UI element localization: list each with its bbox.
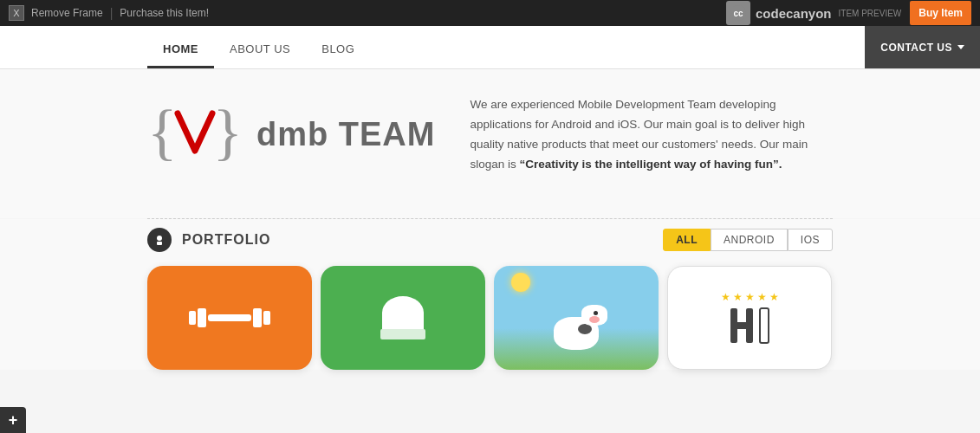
chef-hat-base — [380, 329, 425, 339]
company-name: dmb TEAM — [256, 116, 435, 153]
portfolio-section: PORTFOLIO ALL ANDROID IOS — [0, 219, 980, 370]
hotel-stars: ★ ★ ★ ★ ★ — [721, 291, 779, 303]
hero-description: We are experienced Mobile Development Te… — [470, 95, 833, 175]
portfolio-icon — [147, 228, 172, 252]
cc-icon: cc — [726, 1, 750, 25]
nav-about[interactable]: ABOUT US — [214, 32, 306, 68]
codecanyon-text: codecanyon — [756, 6, 832, 21]
hero-section: { } dmb TEAM We are experienced Mobile D… — [147, 95, 833, 175]
v-shape-logo — [173, 109, 217, 157]
cow-head — [581, 305, 607, 326]
star-2: ★ — [733, 291, 743, 303]
svg-rect-6 — [730, 322, 753, 329]
filter-android[interactable]: ANDROID — [711, 229, 788, 251]
logo-braces: { } — [147, 100, 243, 170]
plus-icon: + — [9, 411, 18, 430]
hotel-logo-group — [727, 307, 772, 345]
right-brace: } — [212, 100, 243, 163]
dumbbell-weight-left — [198, 308, 206, 327]
portfolio-header: PORTFOLIO ALL ANDROID IOS — [147, 219, 833, 252]
app-card-hotel[interactable]: ★ ★ ★ ★ ★ — [667, 266, 832, 370]
app-card-cow[interactable] — [494, 266, 659, 370]
portfolio-heading: PORTFOLIO — [182, 232, 270, 248]
star-1: ★ — [721, 291, 730, 303]
hero-slogan: “Creativity is the intelligent way of ha… — [519, 158, 782, 171]
filter-all[interactable]: ALL — [663, 229, 711, 251]
codecanyon-logo: cc codecanyon ITEM PREVIEW — [726, 1, 901, 25]
top-bar: X Remove Frame | Purchase this Item! cc … — [0, 0, 980, 26]
filter-buttons: ALL ANDROID IOS — [663, 229, 833, 251]
svg-rect-3 — [157, 242, 162, 245]
dumbbell-weight-right — [253, 308, 262, 327]
chef-hat-top — [382, 296, 424, 329]
hotel-h-icon — [727, 307, 772, 345]
bottom-add-button[interactable]: + — [0, 407, 26, 433]
company-name-text: dmb TEAM — [256, 116, 435, 152]
contact-us-button[interactable]: CONTACT US — [865, 26, 980, 68]
close-button[interactable]: X — [9, 5, 24, 21]
star-4: ★ — [757, 291, 767, 303]
main-content: { } dmb TEAM We are experienced Mobile D… — [0, 69, 980, 218]
app-card-fitness[interactable] — [147, 266, 312, 370]
dumbbell-weight-sm-left — [189, 311, 196, 325]
star-3: ★ — [745, 291, 755, 303]
remove-frame-label: Remove Frame — [31, 7, 103, 19]
app-card-chef[interactable] — [321, 266, 485, 370]
svg-point-2 — [157, 236, 162, 241]
sun-icon — [511, 273, 530, 292]
nav-bar: HOME ABOUT US BLOG CONTACT US — [0, 26, 980, 69]
app-grid: ★ ★ ★ ★ ★ — [147, 266, 833, 370]
dumbbell-weight-sm-right — [263, 311, 270, 325]
cow-nose — [589, 316, 600, 323]
portfolio-title: PORTFOLIO — [147, 228, 270, 252]
cow-eye — [594, 311, 598, 315]
close-icon: X — [13, 8, 19, 18]
buy-button[interactable]: Buy Item — [910, 1, 971, 25]
separator: | — [110, 6, 114, 20]
contact-us-label: CONTACT US — [880, 42, 952, 54]
svg-rect-7 — [760, 308, 769, 343]
nav-blog[interactable]: BLOG — [306, 32, 370, 68]
dumbbell-icon — [189, 308, 270, 327]
nav-home[interactable]: HOME — [147, 32, 214, 68]
topbar-right: cc codecanyon ITEM PREVIEW Buy Item — [726, 1, 971, 25]
filter-ios[interactable]: IOS — [788, 229, 833, 251]
cow-body — [554, 317, 599, 350]
dumbbell-bar — [208, 314, 251, 321]
purchase-link[interactable]: Purchase this Item! — [120, 7, 209, 19]
item-preview-text: ITEM PREVIEW — [839, 9, 902, 18]
chef-hat-icon — [380, 296, 425, 339]
star-5: ★ — [769, 291, 779, 303]
logo-section: { } dmb TEAM — [147, 100, 435, 170]
svg-text:cc: cc — [733, 9, 743, 18]
dropdown-arrow-icon — [957, 45, 964, 49]
